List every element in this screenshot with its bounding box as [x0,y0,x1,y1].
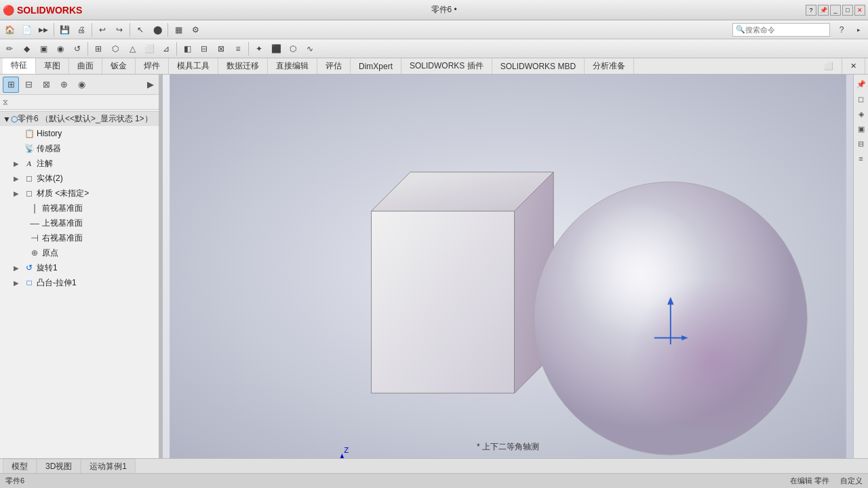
options-button[interactable]: ⚙ [187,22,203,38]
tab-mold[interactable]: 模具工具 [169,58,218,74]
rp-2-button[interactable]: ◈ [854,107,868,121]
select-button[interactable]: ↖ [132,22,149,38]
tree-item-sensors[interactable]: 📡 传感器 [0,141,161,156]
display-manager-icon[interactable]: ◉ [73,77,90,93]
tree-item-front-plane[interactable]: | 前视基准面 [0,201,161,216]
dimxpert-manager-icon[interactable]: ⊕ [56,77,72,93]
tab-dimxpert[interactable]: DimXpert [351,58,401,74]
t2-triang2[interactable]: ⊿ [158,41,174,57]
tree-item-revolve1[interactable]: ▶ ↺ 旋转1 [0,260,161,275]
tab-surface[interactable]: 曲面 [69,58,102,74]
top-plane-label: 上视基准面 [42,218,83,229]
help-icon-button[interactable]: ? [833,22,850,38]
help-button[interactable]: ? [806,5,816,16]
status-bar: 零件6 在编辑 零件 自定义 [0,473,868,488]
sensors-icon: 📡 [23,142,35,155]
close-button[interactable]: ✕ [854,5,865,16]
feature-tab-bar: 特征 草图 曲面 钣金 焊件 模具工具 数据迁移 直接编辑 评估 DimXper… [0,58,868,75]
tab-sketch[interactable]: 草图 [36,58,69,74]
dot-button[interactable]: ⬤ [149,22,165,38]
rp-1-button[interactable]: ◻ [854,92,868,106]
t2-3d[interactable]: ◆ [18,41,35,57]
extrude1-icon: □ [23,277,35,289]
tab-close-panel[interactable]: ✕ [842,58,865,74]
tab-features[interactable]: 特征 [3,58,36,74]
property-manager-icon[interactable]: ⊟ [20,77,37,93]
new-button[interactable]: 📄 [18,22,35,38]
t2-box[interactable]: ▣ [35,41,52,57]
tab-model[interactable]: 模型 [3,459,37,473]
sidebar-expand-button[interactable]: ▶ [142,77,159,93]
t2-rotate[interactable]: ↺ [69,41,85,57]
tab-direct-edit[interactable]: 直接编辑 [268,58,317,74]
filter-bar: ⧖ [0,95,161,110]
rp-4-button[interactable]: ⊟ [854,137,868,150]
t2-blk[interactable]: ⬛ [268,41,284,57]
window-controls: ? 📌 _ □ ✕ [806,5,865,16]
config-manager-icon[interactable]: ⊠ [38,77,54,93]
tree-item-material[interactable]: ▶ ◻ 材质 <未指定> [0,186,161,201]
t2-cross[interactable]: ⊠ [213,41,229,57]
viewport[interactable]: ↖ 🔍 ⊕ ✥ ↺ ◎ ▣ ◻ ◉ 🎨 ◈ 🖥 [163,75,853,458]
t2-split[interactable]: ◧ [179,41,195,57]
sep3 [130,23,130,37]
t2-tri[interactable]: △ [124,41,140,57]
sidebar: ⊞ ⊟ ⊠ ⊕ ◉ ▶ ⧖ ▼ ⬡ 零件6 （默认<<默认>_显示状态 1>） … [0,75,163,458]
tab-evaluate[interactable]: 评估 [317,58,351,74]
tree-item-origin[interactable]: ⊕ 原点 [0,245,161,260]
t2-hex[interactable]: ⬡ [107,41,123,57]
material-icon: ◻ [23,187,35,199]
tab-sw-mbd[interactable]: SOLIDWORKS MBD [492,58,585,74]
sep2 [92,23,92,37]
tab-analysis[interactable]: 分析准备 [585,58,634,74]
tree-item-annotations[interactable]: ▶ A 注解 [0,156,161,171]
tree-item-right-plane[interactable]: ⊣ 右视基准面 [0,230,161,245]
home-button[interactable]: 🏠 [1,22,18,38]
main-area: ⊞ ⊟ ⊠ ⊕ ◉ ▶ ⧖ ▼ ⬡ 零件6 （默认<<默认>_显示状态 1>） … [0,75,868,458]
tree-item-extrude1[interactable]: ▶ □ 凸台-拉伸1 [0,275,161,290]
tree-item-history[interactable]: 📋 History [0,126,161,141]
t2-minus[interactable]: ⊟ [196,41,212,57]
search-input[interactable] [745,26,827,34]
pin-button[interactable]: 📌 [818,5,829,16]
tab-weldment[interactable]: 焊件 [136,58,169,74]
t2-hex2[interactable]: ⬡ [285,41,301,57]
extrude1-arrow: ▶ [14,279,23,287]
tab-restore[interactable]: ⬜ [816,58,842,74]
app-logo: 🔴 SOLIDWORKS [3,5,82,16]
t2-lines[interactable]: ≡ [230,41,246,57]
t2-wave[interactable]: ∿ [302,41,318,57]
t2-sketch[interactable]: ✏ [1,41,18,57]
rp-5-button[interactable]: ≡ [854,152,868,165]
restore-button[interactable]: □ [842,5,853,16]
material-label: 材质 <未指定> [37,188,89,199]
t2-grid2[interactable]: ⊞ [90,41,106,57]
sep7 [248,42,249,56]
tree-item-solid-bodies[interactable]: ▶ ◻ 实体(2) [0,171,161,186]
expand-help-button[interactable]: ▸ [850,22,867,38]
tree-item-top-plane[interactable]: — 上视基准面 [0,216,161,230]
rp-3-button[interactable]: ▣ [854,122,868,136]
tab-sheet-metal[interactable]: 钣金 [102,58,136,74]
tree-root[interactable]: ▼ ⬡ 零件6 （默认<<默认>_显示状态 1>） [0,111,161,126]
revolve1-label: 旋转1 [37,262,58,274]
grid-button[interactable]: ▦ [170,22,186,38]
tab-3dview[interactable]: 3D视图 [37,459,81,473]
feature-manager-icon[interactable]: ⊞ [3,77,19,93]
print-button[interactable]: 🖨 [73,22,90,38]
t2-rect[interactable]: ⬜ [141,41,157,57]
minimize-button[interactable]: _ [830,5,841,16]
save-button[interactable]: 💾 [56,22,73,38]
tab-sw-plugins[interactable]: SOLIDWORKS 插件 [401,58,492,74]
rp-pin-button[interactable]: 📌 [854,77,868,91]
tab-motion[interactable]: 运动算例1 [81,459,136,473]
fwd-button[interactable]: ▶▶ [35,22,52,38]
bottom-tab-bar: 模型 3D视图 运动算例1 [0,458,868,473]
undo-button[interactable]: ↩ [94,22,111,38]
tab-data-migration[interactable]: 数据迁移 [218,58,268,74]
search-box[interactable]: 🔍 [732,23,830,37]
t2-circle[interactable]: ◉ [52,41,68,57]
sensors-label: 传感器 [37,143,61,155]
t2-star[interactable]: ✦ [251,41,267,57]
redo-button[interactable]: ↪ [111,22,127,38]
